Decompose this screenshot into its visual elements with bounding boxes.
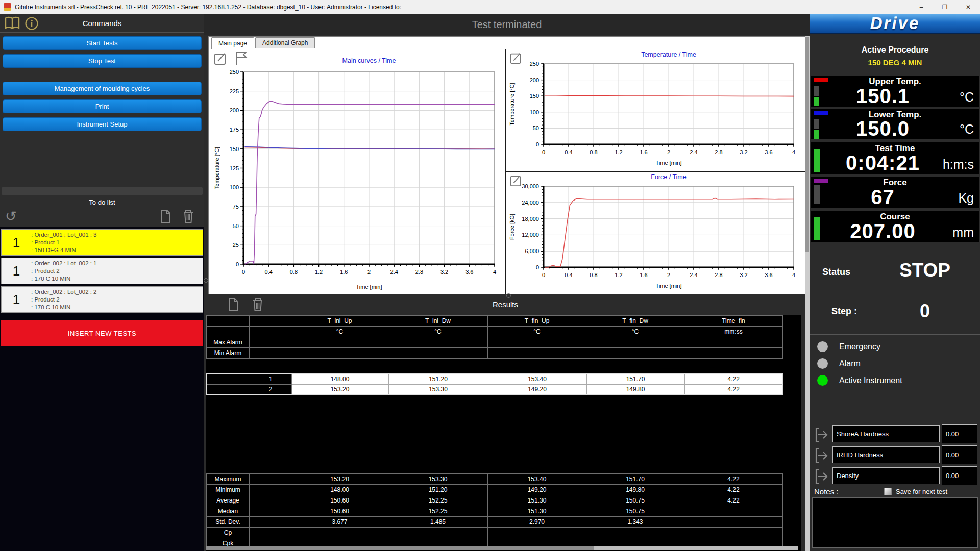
reset-icon[interactable]: ↺ bbox=[5, 209, 17, 223]
svg-text:12,000: 12,000 bbox=[522, 232, 539, 238]
svg-text:1.6: 1.6 bbox=[340, 269, 348, 275]
todo-item[interactable]: 1: Order_001 : Lot_001 : 3: Product 1: 1… bbox=[1, 229, 203, 256]
svg-text:3.2: 3.2 bbox=[440, 269, 448, 275]
svg-text:100: 100 bbox=[530, 109, 539, 115]
gauge-course: Course207.00mm bbox=[811, 211, 979, 242]
sidebar-buttons: Start TestsStop TestManagement of mouldi… bbox=[0, 33, 204, 131]
svg-text:Main curves / Time: Main curves / Time bbox=[342, 57, 396, 64]
svg-text:3.6: 3.6 bbox=[765, 149, 772, 155]
flag-marker-icon[interactable] bbox=[234, 51, 249, 68]
indicator-label: Alarm bbox=[839, 359, 861, 368]
svg-text:2.4: 2.4 bbox=[690, 149, 697, 155]
todo-item[interactable]: 1: Order_002 : Lot_002 : 1: Product 2: 1… bbox=[1, 258, 203, 284]
svg-text:30,000: 30,000 bbox=[522, 183, 539, 189]
sidebar-button-stop-test[interactable]: Stop Test bbox=[3, 54, 202, 68]
field-label-box[interactable]: IRHD Hardness bbox=[832, 446, 940, 463]
svg-text:1.6: 1.6 bbox=[640, 149, 647, 155]
save-for-next-test-label: Save for next test bbox=[896, 488, 947, 495]
svg-text:2.8: 2.8 bbox=[415, 269, 423, 275]
table-row: 2153.20153.30149.20149.804.22 bbox=[207, 384, 783, 395]
maximize-button[interactable]: ❐ bbox=[933, 0, 957, 14]
instrument-panel: Drive Active Procedure 150 DEG 4 MIN Upp… bbox=[810, 14, 980, 551]
active-procedure-label: Active Procedure bbox=[810, 45, 980, 55]
vertical-scrollbar[interactable] bbox=[805, 36, 810, 551]
svg-text:Temperature [°C]: Temperature [°C] bbox=[509, 83, 515, 125]
temperature-time-chart: 00.40.81.21.622.42.83.23.640501001502002… bbox=[505, 49, 805, 172]
manual-book-icon[interactable] bbox=[4, 16, 20, 32]
indicator-label: Active Instrument bbox=[839, 376, 902, 385]
notes-textarea[interactable] bbox=[812, 497, 978, 548]
svg-text:18,000: 18,000 bbox=[522, 216, 539, 222]
splitter-handle[interactable] bbox=[204, 278, 208, 283]
force-time-chart: 00.40.81.21.622.42.83.23.6406,00012,0001… bbox=[505, 172, 805, 294]
status-indicators: EmergencyAlarmActive Instrument bbox=[810, 338, 980, 389]
new-document-icon[interactable] bbox=[159, 209, 173, 226]
svg-text:2: 2 bbox=[667, 272, 670, 278]
table-row: °C°C°C°Cmm:ss bbox=[207, 327, 783, 337]
svg-text:2: 2 bbox=[667, 149, 670, 155]
delete-trash-icon[interactable] bbox=[182, 209, 195, 226]
todo-list: 1: Order_001 : Lot_001 : 3: Product 1: 1… bbox=[0, 227, 204, 551]
svg-text:2: 2 bbox=[368, 269, 371, 275]
todo-item-count: 1 bbox=[2, 230, 31, 255]
edit-chart-icon[interactable] bbox=[510, 52, 522, 66]
splitter-handle[interactable] bbox=[506, 293, 511, 298]
gauge-unit: °C bbox=[960, 122, 974, 137]
svg-text:1.2: 1.2 bbox=[615, 272, 622, 278]
gauge-value: 0:04:21 bbox=[829, 152, 936, 174]
edit-chart-icon[interactable] bbox=[214, 52, 227, 67]
field-value-box[interactable]: 0.00 bbox=[942, 424, 977, 443]
gauge-value: 67 bbox=[829, 186, 936, 208]
svg-text:Temperature [°C]: Temperature [°C] bbox=[214, 147, 220, 189]
insert-new-tests-button[interactable]: INSERT NEW TESTS bbox=[1, 320, 203, 346]
main-area: Test terminated Main page Additional Gra… bbox=[204, 14, 810, 551]
gauge-indicator-bar bbox=[814, 97, 819, 106]
edit-chart-icon[interactable] bbox=[510, 174, 522, 189]
field-label-box[interactable]: ShoreA Hardness bbox=[832, 425, 940, 442]
field-value-box[interactable]: 0.00 bbox=[942, 466, 977, 485]
sidebar-button-start-tests[interactable]: Start Tests bbox=[3, 36, 202, 50]
minimize-button[interactable]: – bbox=[910, 0, 933, 14]
main-curves-chart: 00.40.81.21.622.42.83.23.640255075100125… bbox=[210, 49, 504, 294]
table-row: Minimum148.00151.20149.20149.804.22 bbox=[207, 485, 783, 495]
svg-text:3.6: 3.6 bbox=[465, 269, 473, 275]
svg-text:50: 50 bbox=[533, 125, 539, 131]
svg-text:25: 25 bbox=[233, 242, 239, 248]
svg-text:Time [min]: Time [min] bbox=[656, 283, 682, 289]
sidebar-button-management-of-moulding-cycles[interactable]: Management of moulding cycles bbox=[3, 82, 202, 95]
svg-text:Temperature / Time: Temperature / Time bbox=[641, 51, 696, 58]
svg-text:1.2: 1.2 bbox=[615, 149, 622, 155]
sidebar-button-print[interactable]: Print bbox=[3, 99, 202, 113]
table-row: Median150.60152.25151.30150.75 bbox=[207, 506, 783, 517]
svg-text:4: 4 bbox=[493, 269, 496, 275]
notes-label: Notes : bbox=[814, 487, 839, 496]
svg-text:3.2: 3.2 bbox=[740, 149, 747, 155]
svg-text:125: 125 bbox=[230, 165, 239, 171]
gauge-indicator-bar bbox=[814, 119, 819, 129]
export-arrow-icon[interactable] bbox=[814, 468, 829, 487]
results-title: Results bbox=[208, 300, 802, 309]
field-value-box[interactable]: 0.00 bbox=[942, 445, 977, 464]
export-arrow-icon[interactable] bbox=[814, 447, 829, 466]
hardness-fields: ShoreA Hardness0.00IRHD Hardness0.00Dens… bbox=[810, 424, 980, 487]
close-button[interactable]: ✕ bbox=[957, 0, 980, 14]
svg-text:0: 0 bbox=[242, 269, 245, 275]
tab-additional-graph[interactable]: Additional Graph bbox=[255, 37, 315, 48]
export-arrow-icon[interactable] bbox=[814, 426, 829, 445]
svg-text:250: 250 bbox=[230, 69, 239, 75]
info-icon[interactable] bbox=[24, 16, 39, 33]
gauge-unit: Kg bbox=[958, 191, 974, 206]
sidebar-button-instrument-setup[interactable]: Instrument Setup bbox=[3, 117, 202, 131]
drive-logo: Drive bbox=[810, 14, 980, 34]
divider bbox=[810, 334, 980, 335]
todo-item[interactable]: 1: Order_002 : Lot_002 : 2: Product 2: 1… bbox=[1, 286, 203, 313]
field-label-box[interactable]: Density bbox=[832, 467, 940, 484]
results-toolbar: Results bbox=[208, 296, 802, 314]
tab-main-page[interactable]: Main page bbox=[211, 37, 254, 49]
gauge-value: 207.00 bbox=[829, 220, 936, 242]
horizontal-scrollbar[interactable] bbox=[206, 546, 798, 550]
indicator-active-instrument: Active Instrument bbox=[810, 372, 980, 389]
svg-text:2.4: 2.4 bbox=[390, 269, 398, 275]
svg-text:75: 75 bbox=[233, 204, 239, 210]
save-for-next-test-checkbox[interactable] bbox=[884, 488, 892, 495]
